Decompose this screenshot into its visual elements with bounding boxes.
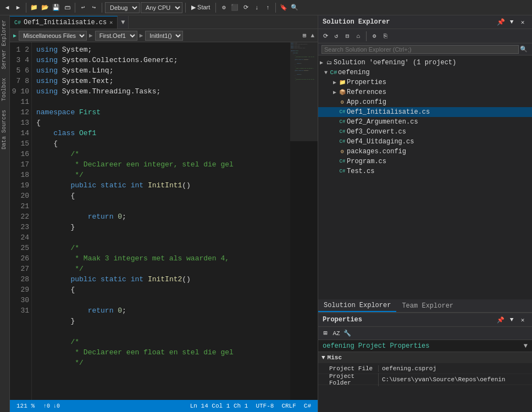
scroll-up-btn[interactable]: ▲ bbox=[311, 32, 314, 39]
tab-close-button[interactable]: ✕ bbox=[109, 19, 113, 26]
step-in-icon[interactable]: ↓ bbox=[252, 3, 262, 13]
bottom-tabs: Solution Explorer Team Explorer bbox=[318, 299, 532, 313]
save-all-icon[interactable]: 🗃 bbox=[62, 3, 72, 13]
start-button[interactable]: ▶ Start bbox=[189, 3, 213, 12]
code-editor: 1 2 3 4 5 6 7 8 9 10 11 12 13 14 15 16 1… bbox=[10, 42, 318, 400]
tree-references[interactable]: ▶ 📦 References bbox=[318, 87, 532, 97]
method-dropdown[interactable]: InitInt1() bbox=[145, 31, 183, 41]
props-category-icon[interactable]: ⊞ bbox=[320, 329, 330, 338]
app-config-icon: ⚙ bbox=[338, 98, 347, 107]
left-side-labels: Server Explorer Toolbox Data Sources bbox=[0, 15, 10, 412]
se-search: 🔍 bbox=[318, 43, 532, 55]
props-val-project-file: oefening.csproj bbox=[379, 365, 532, 372]
se-collapse-icon[interactable]: ⊟ bbox=[342, 31, 352, 41]
bookmark-icon[interactable]: 🔖 bbox=[279, 3, 289, 13]
references-icon: 📦 bbox=[338, 88, 347, 97]
props-key-project-file: Project File bbox=[318, 365, 379, 372]
se-sep bbox=[366, 31, 367, 41]
toolbox-label[interactable]: Toolbox bbox=[0, 74, 9, 105]
step-over-icon[interactable]: ⟳ bbox=[241, 3, 251, 13]
se-search-input[interactable] bbox=[322, 45, 519, 54]
find-icon[interactable]: 🔍 bbox=[290, 3, 300, 13]
debug-config-dropdown[interactable]: Debug bbox=[105, 2, 140, 13]
line-col: Ln 14 Col 1 Ch 1 bbox=[188, 403, 251, 409]
attach-icon[interactable]: ⚙ bbox=[219, 3, 229, 13]
tree-oef3-file[interactable]: C# Oef3_Convert.cs bbox=[318, 127, 532, 137]
minimap: using System; using System.Collections.G… bbox=[290, 42, 318, 400]
props-alpha-icon[interactable]: AZ bbox=[331, 329, 341, 338]
se-home-icon[interactable]: ⌂ bbox=[353, 31, 363, 41]
status-bar: 121 % ↑0 ↓0 Ln 14 Col 1 Ch 1 UTF-8 CRLF … bbox=[10, 400, 318, 412]
se-preview-icon[interactable]: ⎘ bbox=[380, 31, 390, 41]
props-close-icon[interactable]: ✕ bbox=[518, 315, 528, 325]
path-sep2: ▶ bbox=[140, 32, 143, 39]
oef1-cs-icon: C# bbox=[338, 108, 347, 116]
tree-oef2-file[interactable]: C# Oef2_Argumenten.cs bbox=[318, 117, 532, 127]
props-dropdown-icon[interactable]: ▼ bbox=[507, 315, 517, 325]
zoom-level[interactable]: 121 % bbox=[14, 403, 37, 409]
oef3-label: Oef3_Convert.cs bbox=[347, 128, 406, 136]
tree-project-root[interactable]: ▼ C# oefening bbox=[318, 68, 532, 77]
redo-icon[interactable]: ↪ bbox=[89, 3, 99, 13]
program-cs-icon: C# bbox=[338, 157, 347, 166]
solution-explorer: Solution Explorer 📌 ▼ ✕ ⟳ ↺ ⊟ ⌂ ⚙ ⎘ 🔍 bbox=[318, 15, 532, 313]
props-grid: ▼ Misc Project File oefening.csproj Proj… bbox=[318, 352, 532, 412]
project-icon: C# bbox=[329, 68, 338, 77]
oef4-cs-icon: C# bbox=[338, 137, 347, 146]
forward-icon[interactable]: ▶ bbox=[13, 3, 23, 13]
namespace-dropdown[interactable]: First.Oef1 bbox=[95, 31, 137, 41]
tree-test-file[interactable]: C# Test.cs bbox=[318, 166, 532, 176]
minimap-highlight bbox=[290, 42, 318, 141]
new-project-icon[interactable]: 📁 bbox=[29, 3, 39, 13]
se-refresh-icon[interactable]: ↺ bbox=[331, 31, 341, 41]
sep3 bbox=[102, 3, 102, 13]
line-ending: CRLF bbox=[279, 403, 298, 409]
undo-icon[interactable]: ↩ bbox=[78, 3, 88, 13]
se-sync-icon[interactable]: ⟳ bbox=[320, 31, 330, 41]
app-config-label: App.config bbox=[347, 98, 386, 106]
props-name-bar: oefening Project Properties ▼ bbox=[318, 340, 532, 352]
status-right: Ln 14 Col 1 Ch 1 UTF-8 CRLF C# bbox=[188, 403, 313, 409]
se-header: Solution Explorer 📌 ▼ ✕ bbox=[318, 15, 532, 29]
tab-expand-button[interactable]: ▼ bbox=[118, 16, 129, 29]
tree-program-file[interactable]: C# Program.cs bbox=[318, 157, 532, 166]
step-out-icon[interactable]: ↑ bbox=[263, 3, 273, 13]
tree-packages-config[interactable]: ⚙ packages.config bbox=[318, 147, 532, 157]
props-wrench-icon[interactable]: 🔧 bbox=[342, 329, 352, 338]
server-explorer-label[interactable]: Server Explorer bbox=[0, 15, 9, 74]
tree-oef4-file[interactable]: C# Oef4_Uitdaging.cs bbox=[318, 137, 532, 147]
tab-team-explorer[interactable]: Team Explorer bbox=[396, 299, 459, 312]
props-pin-icon[interactable]: 📌 bbox=[496, 315, 506, 325]
references-label: References bbox=[347, 88, 386, 96]
se-pin-icon[interactable]: 📌 bbox=[496, 17, 506, 27]
tree-solution-root[interactable]: ▶ 🗂 Solution 'oefening' (1 project) bbox=[318, 58, 532, 68]
breakpoints-icon[interactable]: ⬛ bbox=[230, 3, 240, 13]
se-title: Solution Explorer bbox=[323, 18, 390, 26]
se-search-icon[interactable]: 🔍 bbox=[519, 44, 529, 54]
project-dropdown[interactable]: Miscellaneous Files bbox=[19, 31, 87, 41]
open-icon[interactable]: 📂 bbox=[40, 3, 50, 13]
se-close-icon[interactable]: ✕ bbox=[518, 17, 528, 27]
back-icon[interactable]: ◀ bbox=[2, 3, 12, 13]
oef2-label: Oef2_Argumenten.cs bbox=[347, 118, 418, 126]
tree-properties[interactable]: ▶ 📁 Properties bbox=[318, 77, 532, 87]
props-val-project-folder: C:\Users\yvan\Source\Repos\oefenin bbox=[379, 376, 532, 383]
save-icon[interactable]: 💾 bbox=[51, 3, 61, 13]
encoding: UTF-8 bbox=[253, 403, 276, 409]
props-title: Properties bbox=[323, 316, 362, 324]
collapse-all-btn[interactable]: ⊞ bbox=[303, 32, 307, 39]
tree-app-config[interactable]: ⚙ App.config bbox=[318, 97, 532, 107]
se-dropdown-icon[interactable]: ▼ bbox=[507, 17, 517, 27]
solution-icon: 🗂 bbox=[325, 58, 334, 67]
se-properties-icon[interactable]: ⚙ bbox=[369, 31, 379, 41]
tree-oef1-file[interactable]: C# Oef1_Initialisatie.cs bbox=[318, 107, 532, 117]
tab-solution-explorer[interactable]: Solution Explorer bbox=[318, 299, 396, 312]
file-tab-active[interactable]: C# Oef1_Initialisatie.cs ✕ bbox=[10, 16, 118, 29]
sep4 bbox=[185, 3, 186, 13]
oef1-label: Oef1_Initialisatie.cs bbox=[347, 108, 430, 116]
code-content[interactable]: using System; using System.Collections.G… bbox=[32, 42, 290, 400]
se-toolbar: ⟳ ↺ ⊟ ⌂ ⚙ ⎘ bbox=[318, 29, 532, 43]
props-row-project-folder[interactable]: Project Folder C:\Users\yvan\Source\Repo… bbox=[318, 374, 532, 385]
cpu-config-dropdown[interactable]: Any CPU bbox=[141, 2, 182, 13]
data-sources-label[interactable]: Data Sources bbox=[0, 105, 9, 154]
